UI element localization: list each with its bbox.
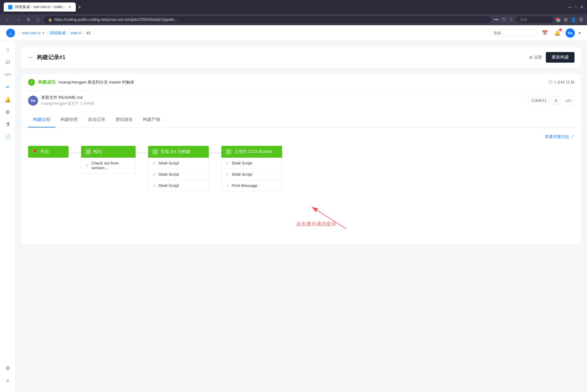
build-step-3-label: Shell Script	[158, 183, 179, 188]
sidebar-item-test[interactable]: ⚗	[2, 119, 13, 130]
breadcrumb-project[interactable]: vue-cos-ci	[22, 31, 40, 35]
sidebar-item-tasks[interactable]: ☑	[2, 56, 13, 68]
browser-search-input[interactable]	[520, 17, 549, 22]
page-header: ← 构建记录#1 ⚙ 设置 重新构建	[22, 47, 581, 68]
browser-settings-btn[interactable]: ☰	[579, 17, 583, 22]
logo-icon: ⚓	[8, 31, 13, 35]
upload-step-3[interactable]: ✓ Print Message	[222, 180, 282, 191]
breadcrumb-sub[interactable]: vue-ci	[71, 31, 82, 35]
forward-nav-btn[interactable]: →	[14, 16, 22, 23]
breadcrumb-section[interactable]: 持续集成	[50, 30, 66, 36]
sidebar-item-settings[interactable]: ⚙	[2, 362, 13, 374]
page-title-area: ← 构建记录#1	[28, 54, 65, 61]
page-actions: ⚙ 设置 重新构建	[529, 52, 575, 63]
commit-actions: 228d031 ⎘ </>	[528, 97, 575, 105]
breadcrumb-sep3: /	[68, 31, 69, 35]
view-code-btn[interactable]: </>	[563, 97, 575, 105]
build-step-3[interactable]: ✓ Shell Script	[148, 180, 209, 191]
sidebar-toggle-btn[interactable]: ⊟	[564, 17, 568, 22]
profile-btn[interactable]: 👤	[571, 17, 576, 22]
tab-changes[interactable]: 改动记录	[83, 112, 110, 127]
calendar-btn[interactable]: 📅	[541, 29, 549, 37]
sidebar-item-code[interactable]: </>	[2, 69, 13, 80]
library-btn[interactable]: 📚	[556, 17, 561, 22]
home-btn[interactable]: ⌂	[35, 16, 41, 23]
breadcrumb-item: #1	[86, 31, 91, 35]
breadcrumb-sep4: /	[83, 31, 84, 35]
connector-1	[69, 146, 81, 153]
refresh-btn[interactable]: ↻	[25, 16, 32, 23]
settings-link[interactable]: ⚙ 设置	[529, 55, 542, 60]
build-step-3-check-icon: ✓	[153, 184, 156, 188]
sidebar-item-deploy[interactable]: ⊞	[2, 106, 13, 117]
commit-hash[interactable]: 228d031	[528, 97, 550, 104]
checkout-step-1[interactable]: ✓ Check out from version...	[81, 158, 135, 173]
star-btn[interactable]: ☆	[509, 17, 513, 22]
connector-3	[209, 146, 221, 153]
breadcrumb: › vue-cos-ci ▾ › 持续集成 / vue-ci / #1	[19, 30, 91, 36]
sidebar-item-docs[interactable]: 📄	[2, 131, 13, 142]
notification-btn[interactable]: 🔔	[553, 29, 562, 37]
stage-checkout-body: ✓ Check out from version...	[81, 158, 136, 174]
sidebar-item-expand[interactable]: »	[2, 375, 13, 386]
tabs-container: 构建过程 构建快照 改动记录 测试报告 构建产物	[22, 112, 581, 128]
tab-artifacts[interactable]: 构建产物	[138, 112, 165, 127]
maximize-btn[interactable]: □	[575, 5, 577, 9]
stage-checkout-header: ✓ 检出	[81, 146, 136, 158]
build-step-1-check-icon: ✓	[153, 161, 156, 165]
rebuild-button[interactable]: 重新构建	[546, 52, 575, 63]
url-input[interactable]	[54, 17, 487, 22]
tab-test[interactable]: 测试报告	[110, 112, 138, 127]
address-bar[interactable]: 🔒	[44, 16, 491, 23]
minimize-btn[interactable]: —	[568, 5, 572, 9]
browser-search-box[interactable]	[516, 16, 553, 23]
sidebar-item-alerts[interactable]: 🔔	[2, 94, 13, 105]
upload-step-2[interactable]: ✓ Shell Script	[222, 169, 282, 180]
sidebar-item-home[interactable]: ⌂	[2, 44, 13, 55]
browser-menu-btn[interactable]: •••	[494, 17, 498, 22]
user-menu-btn[interactable]: ▾	[579, 31, 581, 36]
copy-commit-btn[interactable]: ⎘	[552, 97, 560, 105]
sidebar-item-ci[interactable]: ∞	[2, 81, 13, 93]
build-status-text[interactable]: 构建成功	[38, 79, 55, 85]
upload-step-1-label: Shell Script	[232, 161, 252, 165]
stage-upload-header: ✓ 上传到 COS Bucket	[221, 146, 282, 158]
app-header: ⚓ › vue-cos-ci ▾ › 持续集成 / vue-ci / #1 📅 …	[0, 25, 587, 41]
upload-step-2-label: Shell Script	[232, 172, 252, 177]
sidebar: ⌂ ☑ </> ∞ 🔔 ⊞ ⚗ 📄 ⚙ »	[0, 41, 16, 392]
breadcrumb-dropdown-icon[interactable]: ▾	[42, 31, 45, 35]
tab-process[interactable]: 构建过程	[28, 112, 55, 127]
user-avatar[interactable]: hu	[565, 28, 575, 38]
build-step-2-label: Shell Script	[158, 172, 179, 177]
browser-tab[interactable]: 持续集成 - vue-cos-ci - codin... ✕	[4, 2, 76, 12]
tab-close-btn[interactable]: ✕	[68, 5, 71, 9]
tab-title: 持续集成 - vue-cos-ci - codin...	[15, 4, 66, 10]
breadcrumb-sep1: ›	[19, 31, 20, 35]
pipeline-header: 查看完整日志 ↗	[28, 134, 575, 140]
build-step-2[interactable]: ✓ Shell Script	[148, 169, 209, 180]
header-search-input[interactable]	[490, 29, 537, 37]
stage-checkout: ✓ 检出 ✓ Check out from version...	[81, 146, 136, 174]
breadcrumb-sep2: ›	[46, 31, 48, 35]
tab-snapshot[interactable]: 构建快照	[55, 112, 83, 127]
commit-info: 更新文件 README.md huangchengpei 提交于 2 分钟前	[41, 95, 94, 106]
build-step-1[interactable]: ✓ Shell Script	[148, 158, 209, 169]
build-check-icon: ✓	[152, 149, 158, 155]
stage-upload: ✓ 上传到 COS Bucket ✓ Shell Script	[221, 146, 282, 191]
window-controls: — □ ✕	[568, 5, 583, 9]
app-logo[interactable]: ⚓	[6, 29, 15, 37]
connector-line-2	[136, 153, 148, 153]
header-search-area	[490, 29, 537, 37]
bookmark-btn[interactable]: 🛡	[502, 17, 506, 22]
upload-check-icon: ✓	[226, 149, 231, 155]
commit-avatar: hu	[28, 96, 38, 106]
new-tab-btn[interactable]: +	[78, 4, 81, 10]
upload-step-1[interactable]: ✓ Shell Script	[222, 158, 282, 169]
stage-build: ✓ 安装 lint 与构建 ✓ Shell Script ✓	[148, 146, 209, 191]
back-nav-btn[interactable]: ←	[4, 16, 12, 23]
view-log-link[interactable]: 查看完整日志 ↗	[545, 134, 575, 140]
back-button[interactable]: ←	[28, 54, 34, 61]
commit-meta: huangchengpei 提交于 2 分钟前	[41, 101, 94, 106]
clock-icon: 🕐	[548, 80, 553, 84]
close-btn[interactable]: ✕	[580, 5, 583, 9]
